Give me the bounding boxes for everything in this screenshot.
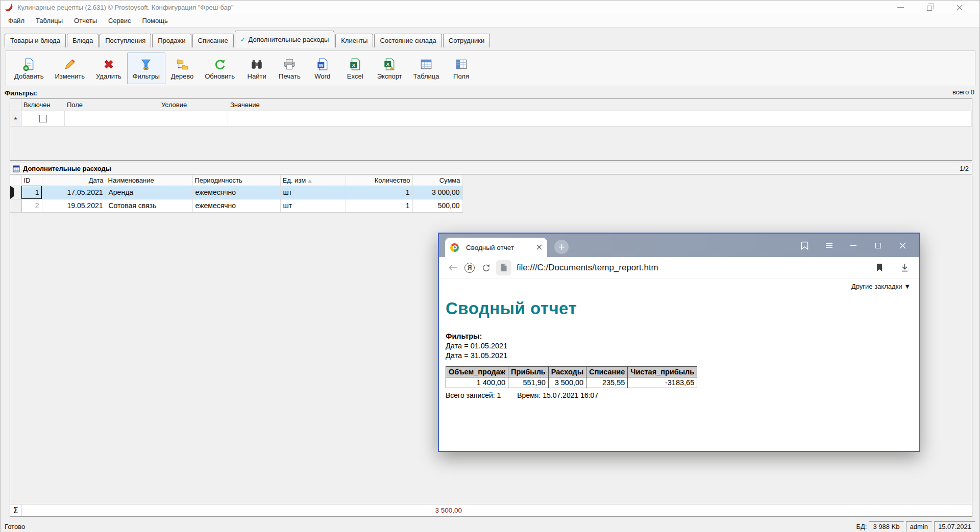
cell-id[interactable]: 2 [21, 199, 42, 212]
minimize-icon [897, 7, 904, 8]
cell-quantity[interactable]: 1 [346, 199, 412, 212]
cell-name[interactable]: Сотовая связь [106, 199, 192, 212]
tab-writeoff[interactable]: Списание [192, 34, 234, 47]
reload-button[interactable] [478, 260, 494, 276]
report-cell-net-profit: -3183,65 [628, 377, 697, 388]
table-row[interactable]: 1 17.05.2021 Аренда ежемесячно шт 1 3 00… [10, 186, 462, 199]
filter-new-row[interactable]: * [10, 111, 972, 126]
tab-clients[interactable]: Клиенты [335, 34, 373, 47]
menu-service[interactable]: Сервис [103, 15, 137, 27]
tab-additional-expenses[interactable]: ✓Дополнительные расходы [235, 31, 335, 47]
refresh-button[interactable]: Обновить [199, 53, 240, 84]
collections-button[interactable] [792, 234, 817, 257]
tab-close-button[interactable] [536, 243, 542, 252]
col-sum[interactable]: Сумма [412, 175, 462, 186]
downloads-button[interactable] [896, 260, 913, 276]
tab-receipts[interactable]: Поступления [100, 34, 151, 47]
filters-button[interactable]: Фильтры [127, 53, 165, 84]
cell-unit[interactable]: шт [280, 186, 346, 199]
grid-section-header: Дополнительные расходы 1/2 [10, 163, 972, 174]
table-row[interactable]: 2 19.05.2021 Сотовая связь ежемесячно шт… [10, 199, 462, 212]
grid-marker-header [10, 175, 21, 186]
tab-employees[interactable]: Сотрудники [443, 34, 490, 47]
fields-button[interactable]: Поля [445, 53, 478, 84]
table-icon [420, 57, 433, 72]
filter-enabled-cell[interactable] [21, 111, 65, 126]
filters-label: Фильтры: [5, 89, 37, 97]
browser-minimize-button[interactable] [841, 234, 866, 257]
add-button[interactable]: Добавить [9, 53, 49, 84]
table-button[interactable]: Таблица [408, 53, 445, 84]
minimize-button[interactable] [886, 1, 915, 14]
browser-menu-button[interactable] [817, 234, 841, 257]
browser-close-button[interactable] [890, 234, 915, 257]
close-button[interactable] [945, 1, 974, 14]
browser-tab-title: Сводный отчет [466, 244, 536, 251]
binoculars-icon [250, 57, 263, 72]
cell-periodicity[interactable]: ежемесячно [192, 186, 280, 199]
tree-button[interactable]: Дерево [165, 53, 199, 84]
col-quantity[interactable]: Количество [346, 175, 412, 186]
report-footer: Всего записей: 1 Время: 15.07.2021 16:07 [446, 391, 919, 399]
browser-tab[interactable]: Сводный отчет [445, 238, 547, 257]
menu-help[interactable]: Помощь [137, 15, 174, 27]
col-periodicity[interactable]: Периодичность [192, 175, 280, 186]
filter-condition-cell[interactable] [159, 111, 228, 126]
tab-goods-and-dishes[interactable]: Товары и блюда [5, 34, 66, 47]
col-unit[interactable]: Ед. изм [280, 175, 346, 186]
tab-dishes[interactable]: Блюда [67, 34, 99, 47]
site-info-button[interactable] [496, 260, 511, 275]
report-records-total: Всего записей: 1 [446, 391, 501, 399]
new-tab-button[interactable] [554, 240, 569, 254]
cell-date[interactable]: 19.05.2021 [42, 199, 106, 212]
export-button[interactable]: X Экспорт [372, 53, 408, 84]
current-row-marker [10, 186, 21, 199]
restore-button[interactable] [915, 1, 945, 14]
navbar-divider [892, 263, 892, 273]
delete-cross-icon [102, 57, 115, 72]
cell-name[interactable]: Аренда [106, 186, 192, 199]
menu-file[interactable]: Файл [3, 15, 30, 27]
edit-button[interactable]: Изменить [49, 53, 90, 84]
filter-value-cell[interactable] [228, 111, 972, 126]
filter-field-cell[interactable] [65, 111, 159, 126]
cell-id[interactable]: 1 [21, 186, 42, 199]
delete-button[interactable]: Удалить [90, 53, 127, 84]
find-button[interactable]: Найти [240, 53, 273, 84]
col-date[interactable]: Дата [42, 175, 106, 186]
filter-enabled-checkbox[interactable] [39, 115, 47, 122]
word-button[interactable]: W Word [306, 53, 339, 84]
edit-pencil-icon [63, 57, 77, 72]
cell-periodicity[interactable]: ежемесячно [192, 199, 280, 212]
cell-date[interactable]: 17.05.2021 [42, 186, 106, 199]
report-cell-expenses: 3 500,00 [548, 377, 586, 388]
menu-reports[interactable]: Отчеты [68, 15, 103, 27]
filter-col-value: Значение [228, 101, 972, 109]
browser-tabstrip: Сводный отчет [439, 234, 919, 257]
totals-row: Σ 3 500,00 [10, 504, 972, 516]
yandex-button[interactable]: Я [461, 260, 478, 276]
filter-funnel-icon [139, 57, 153, 72]
document-icon [500, 263, 507, 272]
report-cell-writeoff: 235,55 [586, 377, 628, 388]
other-bookmarks-button[interactable]: Другие закладки ▼ [851, 283, 911, 290]
col-id[interactable]: ID [21, 175, 42, 186]
back-button[interactable] [445, 260, 461, 276]
cell-unit[interactable]: шт [280, 199, 346, 212]
tab-close-icon [536, 244, 542, 250]
cell-sum[interactable]: 500,00 [412, 199, 462, 212]
browser-maximize-button[interactable] [866, 234, 890, 257]
address-bar[interactable]: file:///C:/Documents/temp_report.htm [517, 263, 871, 273]
print-button[interactable]: Печать [273, 53, 306, 84]
tab-warehouse-state[interactable]: Состояние склада [374, 34, 442, 47]
report-filter-line: Дата = 01.05.2021 [446, 342, 919, 350]
excel-button[interactable]: X Excel [339, 53, 372, 84]
cell-quantity[interactable]: 1 [346, 186, 412, 199]
menu-tables[interactable]: Таблицы [30, 15, 68, 27]
bookmark-button[interactable] [871, 260, 888, 276]
bookmarks-bar: Другие закладки ▼ [439, 278, 919, 294]
col-name[interactable]: Наименование [106, 175, 192, 186]
tab-sales[interactable]: Продажи [152, 34, 191, 47]
cell-sum[interactable]: 3 000,00 [412, 186, 462, 199]
db-size-panel: 3 988 Kb [869, 521, 903, 532]
